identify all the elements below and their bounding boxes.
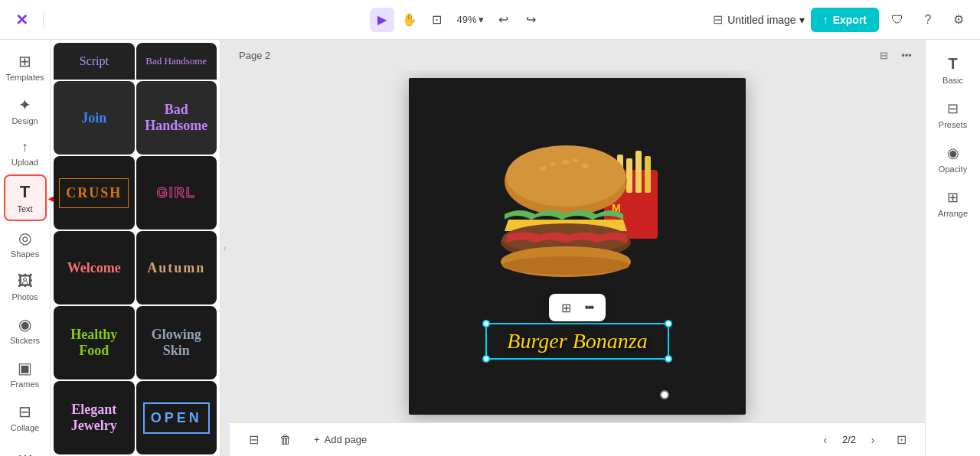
panel-card-open[interactable]: OPEN bbox=[136, 381, 217, 454]
panel-collapse-handle[interactable]: ‹ bbox=[220, 40, 230, 456]
pointer-tool[interactable]: ▶ bbox=[370, 8, 394, 32]
add-page-icon: + bbox=[314, 434, 320, 445]
delete-page-btn[interactable]: 🗑 bbox=[274, 428, 297, 451]
expand-btn[interactable]: ⊡ bbox=[890, 428, 913, 451]
frames-label: Frames bbox=[11, 379, 39, 389]
redo-btn[interactable]: ↪ bbox=[519, 8, 544, 32]
right-panel-opacity[interactable]: ◉ Opacity bbox=[930, 138, 976, 180]
panel-card-welcome[interactable]: Welcome bbox=[54, 231, 135, 305]
canvas-container: M bbox=[230, 70, 925, 422]
canvas-header: Page 2 ⊟ ••• bbox=[230, 40, 925, 70]
shield-button[interactable]: 🛡 bbox=[885, 8, 910, 32]
selected-text-element[interactable]: ⊞ ••• Burger Bonanza bbox=[485, 323, 669, 376]
photos-icon: 🖼 bbox=[18, 272, 33, 290]
right-panel-basic[interactable]: T Basic bbox=[930, 49, 976, 91]
open-card-text: OPEN bbox=[143, 402, 210, 434]
handle-bottom-right[interactable] bbox=[665, 355, 672, 363]
view-tool[interactable]: ⊡ bbox=[425, 8, 449, 32]
autumn-card-text: Autumn bbox=[141, 254, 211, 282]
settings-button[interactable]: ⚙ bbox=[946, 8, 971, 32]
panel-card-badhandsome[interactable]: Bad Handsome bbox=[136, 81, 217, 155]
bottom-bar: ⊟ 🗑 + Add page ‹ 2/2 › ⊡ bbox=[230, 422, 925, 456]
handle-rotate[interactable] bbox=[660, 390, 669, 399]
stickers-label: Stickers bbox=[10, 336, 40, 345]
upload-label: Upload bbox=[11, 158, 38, 167]
elegantjewelry-card-text: Elegant Jewelry bbox=[54, 396, 135, 440]
shapes-label: Shapes bbox=[11, 249, 39, 259]
burger-illustration: M bbox=[462, 101, 692, 300]
sidebar-item-collage[interactable]: ⊟ Collage bbox=[4, 396, 47, 438]
floating-toolbar: ⊞ ••• bbox=[549, 294, 606, 321]
handle-top-left[interactable] bbox=[482, 320, 490, 327]
partial-card-text-2: Bad Handsome bbox=[145, 55, 207, 67]
sidebar-item-upload[interactable]: ↑ Upload bbox=[4, 133, 47, 173]
topbar-divider bbox=[43, 11, 44, 29]
handle-top-right[interactable] bbox=[665, 320, 672, 327]
sidebar-item-templates[interactable]: ⊞ Templates bbox=[4, 46, 47, 88]
design-icon: ✦ bbox=[18, 96, 31, 114]
hand-tool[interactable]: ✋ bbox=[397, 8, 422, 32]
panel-card-partial-top-left[interactable]: Script bbox=[54, 43, 135, 80]
panel-card-autumn[interactable]: Autumn bbox=[136, 231, 217, 305]
sidebar-item-shapes[interactable]: ◎ Shapes bbox=[4, 223, 47, 265]
topbar: ✕ ▶ ✋ ⊡ 49% ▾ ↩ ↪ ⊟ Untitled image ▾ ↑ E… bbox=[0, 0, 980, 40]
handle-bottom-left[interactable] bbox=[482, 355, 490, 363]
sidebar-more[interactable]: ⋯ bbox=[4, 440, 47, 456]
partial-card-text: Script bbox=[80, 54, 109, 68]
collage-icon: ⊟ bbox=[18, 402, 31, 421]
zoom-dropdown-icon: ▾ bbox=[479, 14, 484, 25]
glowingskin-card-text: Glowing Skin bbox=[136, 321, 217, 365]
panel-card-elegantjewelry[interactable]: Elegant Jewelry bbox=[54, 381, 135, 454]
right-panel-presets[interactable]: ⊟ Presets bbox=[930, 94, 976, 135]
canvas-icon: ⊟ bbox=[713, 12, 723, 27]
sidebar-item-photos[interactable]: 🖼 Photos bbox=[4, 266, 47, 308]
panel-card-girl[interactable]: GIRL bbox=[136, 156, 217, 230]
page-label: Page 2 bbox=[239, 50, 270, 61]
left-sidebar: ⊞ Templates ✦ Design ↑ Upload T Text ◄ ◎… bbox=[0, 40, 51, 456]
sidebar-item-design[interactable]: ✦ Design bbox=[4, 90, 47, 132]
undo-btn[interactable]: ↩ bbox=[492, 8, 516, 32]
logo[interactable]: ✕ bbox=[9, 8, 34, 32]
prev-page-btn[interactable]: ‹ bbox=[815, 429, 836, 451]
more-float-btn[interactable]: ••• bbox=[578, 297, 599, 318]
canvas-duplicate-btn[interactable]: ⊟ bbox=[874, 46, 893, 64]
svg-point-17 bbox=[502, 256, 629, 275]
sidebar-item-stickers[interactable]: ◉ Stickers bbox=[4, 309, 47, 351]
document-title[interactable]: Untitled image ▾ bbox=[727, 14, 805, 26]
sidebar-item-text[interactable]: T Text ◄ bbox=[4, 174, 47, 221]
panel-card-glowingskin[interactable]: Glowing Skin bbox=[136, 306, 217, 379]
basic-label: Basic bbox=[942, 76, 963, 85]
svg-rect-5 bbox=[645, 156, 651, 193]
text-panel: Script Bad Handsome Join Bad Handsome CR… bbox=[51, 40, 220, 456]
panel-grid: Script Bad Handsome Join Bad Handsome CR… bbox=[51, 40, 220, 456]
canvas-header-right: ⊟ ••• bbox=[874, 46, 916, 64]
zoom-value: 49% bbox=[457, 14, 477, 25]
canvas-page[interactable]: M bbox=[409, 78, 746, 415]
shapes-icon: ◎ bbox=[18, 229, 31, 247]
canvas-more-btn[interactable]: ••• bbox=[897, 46, 916, 64]
welcome-card-text: Welcome bbox=[61, 254, 127, 282]
svg-point-8 bbox=[506, 145, 626, 207]
panel-card-partial-top-right[interactable]: Bad Handsome bbox=[136, 43, 217, 80]
panel-card-crush[interactable]: CRUSH bbox=[54, 156, 135, 230]
zoom-control[interactable]: 49% ▾ bbox=[452, 11, 488, 28]
panel-card-join[interactable]: Join bbox=[54, 81, 135, 155]
healthyfood-card-text: Healthy Food bbox=[54, 321, 135, 365]
panel-card-healthyfood[interactable]: Healthy Food bbox=[54, 306, 135, 379]
arrange-label: Arrange bbox=[938, 209, 968, 218]
right-panel: T Basic ⊟ Presets ◉ Opacity ⊞ Arrange bbox=[925, 40, 980, 456]
title-dropdown-icon: ▾ bbox=[799, 14, 805, 26]
sidebar-item-frames[interactable]: ▣ Frames bbox=[4, 353, 47, 395]
export-button[interactable]: ↑ Export bbox=[811, 8, 879, 32]
right-panel-arrange[interactable]: ⊞ Arrange bbox=[930, 183, 976, 224]
next-page-btn[interactable]: › bbox=[862, 429, 884, 451]
basic-icon: T bbox=[948, 55, 957, 73]
girl-card-text: GIRL bbox=[151, 179, 202, 207]
opacity-icon: ◉ bbox=[947, 145, 959, 161]
add-page-button[interactable]: + Add page bbox=[306, 429, 374, 450]
arrange-float-btn[interactable]: ⊞ bbox=[555, 297, 577, 318]
templates-icon: ⊞ bbox=[18, 52, 31, 70]
copy-page-btn[interactable]: ⊟ bbox=[242, 428, 265, 451]
svg-point-10 bbox=[562, 160, 570, 164]
help-button[interactable]: ? bbox=[916, 8, 940, 32]
